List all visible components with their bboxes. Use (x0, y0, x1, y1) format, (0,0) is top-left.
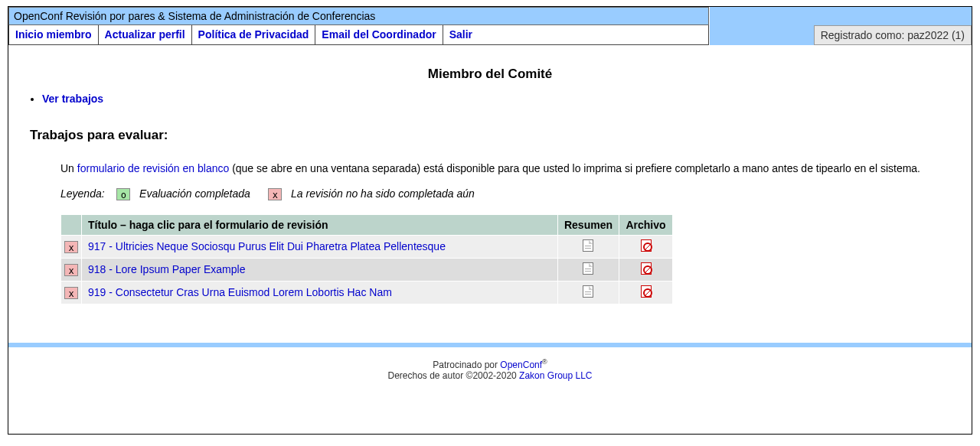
list-item: Ver trabajos (42, 93, 950, 105)
footer-copyright-prefix: Derechos de autor ©2002-2020 (387, 370, 519, 381)
app-window: OpenConf Revisión por pares & Sistema de… (8, 6, 972, 435)
nav-privacy[interactable]: Política de Privacidad (192, 25, 316, 44)
abstract-link[interactable] (583, 288, 593, 300)
footer-sponsored-prefix: Patrocinado por (433, 360, 500, 370)
paper-link[interactable]: 918 - Lore Ipsum Paper Example (88, 263, 245, 275)
col-abstract: Resumen (557, 214, 619, 235)
legend-pending-icon: x (268, 188, 282, 200)
file-link[interactable] (641, 288, 652, 300)
pending-icon: x (64, 264, 78, 276)
document-icon (583, 262, 593, 275)
title-spacer (709, 7, 972, 25)
row-title-cell: 918 - Lore Ipsum Paper Example (82, 258, 558, 281)
file-denied-icon (641, 262, 652, 275)
reg-mark: ® (542, 358, 547, 366)
legend-label: Leyenda: (60, 187, 105, 200)
logged-in-badge: Registrado como: paz2022 (1) (814, 25, 972, 45)
papers-table: Título – haga clic para el formulario de… (60, 214, 673, 304)
page-title: Miembro del Comité (30, 67, 950, 82)
table-row: x 919 - Consectetur Cras Urna Euismod Lo… (61, 281, 673, 304)
file-denied-icon (641, 285, 652, 298)
legend-pending-text: La revisión no ha sido completada aún (291, 187, 475, 200)
pending-icon: x (64, 287, 78, 299)
footer: Patrocinado por OpenConf® Derechos de au… (8, 355, 972, 393)
nav-spacer (709, 25, 814, 45)
row-file-cell (619, 258, 673, 281)
table-row: x 917 - Ultricies Neque Sociosqu Purus E… (61, 235, 673, 258)
row-title-cell: 919 - Consectetur Cras Urna Euismod Lore… (82, 281, 558, 304)
footer-zakon-link[interactable]: Zakon Group LLC (519, 370, 592, 381)
row-file-cell (619, 281, 673, 304)
paper-link[interactable]: 919 - Consectetur Cras Urna Euismod Lore… (88, 286, 392, 298)
document-icon (583, 239, 593, 252)
pending-icon: x (64, 241, 78, 253)
file-denied-icon (641, 239, 652, 252)
paper-link[interactable]: 917 - Ultricies Neque Sociosqu Purus Eli… (88, 240, 446, 252)
desc-suffix: (que se abre en una ventana separada) es… (229, 162, 920, 174)
nav-email[interactable]: Email del Coordinador (315, 25, 443, 44)
row-abstract-cell (557, 281, 619, 304)
row-title-cell: 917 - Ultricies Neque Sociosqu Purus Eli… (82, 235, 558, 258)
file-link[interactable] (641, 265, 652, 277)
legend: Leyenda: o Evaluación completada x La re… (60, 187, 950, 200)
blank-form-link[interactable]: formulario de revisión en blanco (77, 162, 229, 174)
row-status: x (61, 258, 82, 281)
nav-exit[interactable]: Salir (443, 25, 479, 44)
row-status: x (61, 235, 82, 258)
legend-done-icon: o (116, 188, 130, 200)
view-papers-link[interactable]: Ver trabajos (42, 93, 103, 105)
table-header-row: Título – haga clic para el formulario de… (61, 214, 673, 235)
col-title: Título – haga clic para el formulario de… (82, 214, 558, 235)
col-status (61, 214, 82, 235)
title-row: OpenConf Revisión por pares & Sistema de… (8, 7, 972, 25)
table-row: x 918 - Lore Ipsum Paper Example (61, 258, 673, 281)
nav-bar: Inicio miembro Actualizar perfil Polític… (8, 25, 709, 45)
blank-form-description: Un formulario de revisión en blanco (que… (60, 161, 950, 177)
row-file-cell (619, 235, 673, 258)
file-link[interactable] (641, 242, 652, 254)
col-file: Archivo (619, 214, 673, 235)
abstract-link[interactable] (583, 242, 593, 254)
content: Miembro del Comité Ver trabajos Trabajos… (8, 45, 972, 320)
legend-done-text: Evaluación completada (139, 187, 250, 200)
row-abstract-cell (557, 258, 619, 281)
nav-home[interactable]: Inicio miembro (9, 25, 99, 44)
actions-list: Ver trabajos (42, 93, 950, 105)
desc-prefix: Un (60, 162, 77, 174)
document-icon (583, 285, 593, 298)
nav-profile[interactable]: Actualizar perfil (99, 25, 192, 44)
row-status: x (61, 281, 82, 304)
footer-openconf-link[interactable]: OpenConf (500, 360, 542, 370)
row-abstract-cell (557, 235, 619, 258)
abstract-link[interactable] (583, 265, 593, 277)
section-heading: Trabajos para evaluar: (30, 128, 950, 143)
footer-divider (8, 343, 972, 347)
title-bar: OpenConf Revisión por pares & Sistema de… (8, 7, 709, 25)
nav-row: Inicio miembro Actualizar perfil Polític… (8, 25, 972, 45)
